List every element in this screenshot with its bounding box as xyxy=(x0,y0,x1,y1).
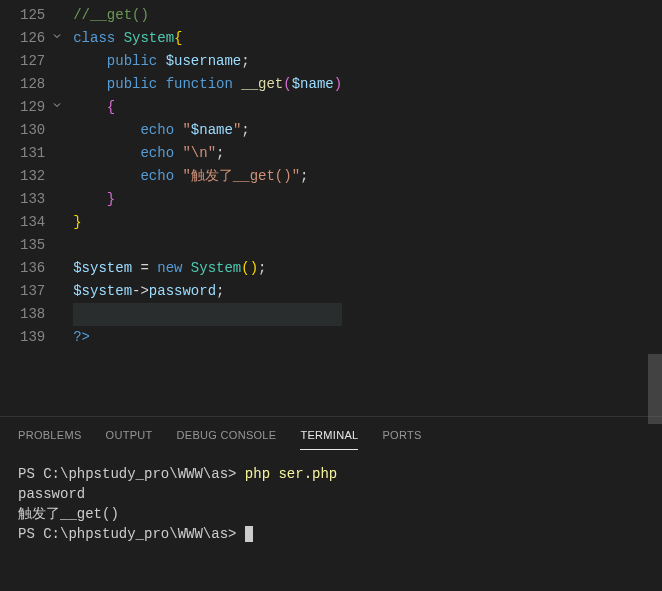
line-number: 126 xyxy=(20,27,63,50)
line-number: 139 xyxy=(20,326,63,349)
terminal-command: php ser.php xyxy=(245,466,337,482)
code-line[interactable]: public $username; xyxy=(73,50,342,73)
code-line[interactable]: echo "$name"; xyxy=(73,119,342,142)
code-line[interactable]: { xyxy=(73,96,342,119)
code-line[interactable]: $system = new System(); xyxy=(73,257,342,280)
code-editor[interactable]: 1251261271281291301311321331341351361371… xyxy=(0,0,662,416)
tab-terminal[interactable]: TERMINAL xyxy=(300,425,358,450)
panel-tabs: PROBLEMS OUTPUT DEBUG CONSOLE TERMINAL P… xyxy=(0,417,662,450)
code-line[interactable] xyxy=(73,303,342,326)
line-number: 125 xyxy=(20,4,63,27)
code-line[interactable]: $system->password; xyxy=(73,280,342,303)
code-line[interactable]: } xyxy=(73,188,342,211)
code-line[interactable]: echo "\n"; xyxy=(73,142,342,165)
code-line[interactable]: echo "触发了__get()"; xyxy=(73,165,342,188)
line-number: 130 xyxy=(20,119,63,142)
code-line[interactable]: } xyxy=(73,211,342,234)
line-number: 128 xyxy=(20,73,63,96)
line-number: 133 xyxy=(20,188,63,211)
line-number: 131 xyxy=(20,142,63,165)
terminal-prompt: PS C:\phpstudy_pro\WWW\as> xyxy=(18,526,245,542)
line-number-gutter: 1251261271281291301311321331341351361371… xyxy=(0,0,73,416)
terminal-content[interactable]: PS C:\phpstudy_pro\WWW\as> php ser.php p… xyxy=(0,450,662,558)
line-number: 138 xyxy=(20,303,63,326)
chevron-down-icon[interactable] xyxy=(51,27,63,50)
tab-ports[interactable]: PORTS xyxy=(382,425,421,450)
code-line[interactable]: //__get() xyxy=(73,4,342,27)
line-number: 136 xyxy=(20,257,63,280)
line-number: 129 xyxy=(20,96,63,119)
terminal-output-line: 触发了__get() xyxy=(18,506,119,522)
code-line[interactable]: ?> xyxy=(73,326,342,349)
chevron-down-icon[interactable] xyxy=(51,96,63,119)
terminal-cursor xyxy=(245,526,253,542)
terminal-output-line: password xyxy=(18,486,85,502)
tab-output[interactable]: OUTPUT xyxy=(106,425,153,450)
terminal-prompt: PS C:\phpstudy_pro\WWW\as> xyxy=(18,466,245,482)
line-number: 132 xyxy=(20,165,63,188)
bottom-panel: PROBLEMS OUTPUT DEBUG CONSOLE TERMINAL P… xyxy=(0,416,662,591)
code-line[interactable]: class System{ xyxy=(73,27,342,50)
code-area[interactable]: //__get()class System{ public $username;… xyxy=(73,0,342,416)
line-number: 134 xyxy=(20,211,63,234)
line-number: 137 xyxy=(20,280,63,303)
vertical-scrollbar[interactable] xyxy=(648,354,662,424)
line-number: 135 xyxy=(20,234,63,257)
code-line[interactable]: public function __get($name) xyxy=(73,73,342,96)
tab-problems[interactable]: PROBLEMS xyxy=(18,425,82,450)
code-line[interactable] xyxy=(73,234,342,257)
tab-debug-console[interactable]: DEBUG CONSOLE xyxy=(177,425,277,450)
line-number: 127 xyxy=(20,50,63,73)
